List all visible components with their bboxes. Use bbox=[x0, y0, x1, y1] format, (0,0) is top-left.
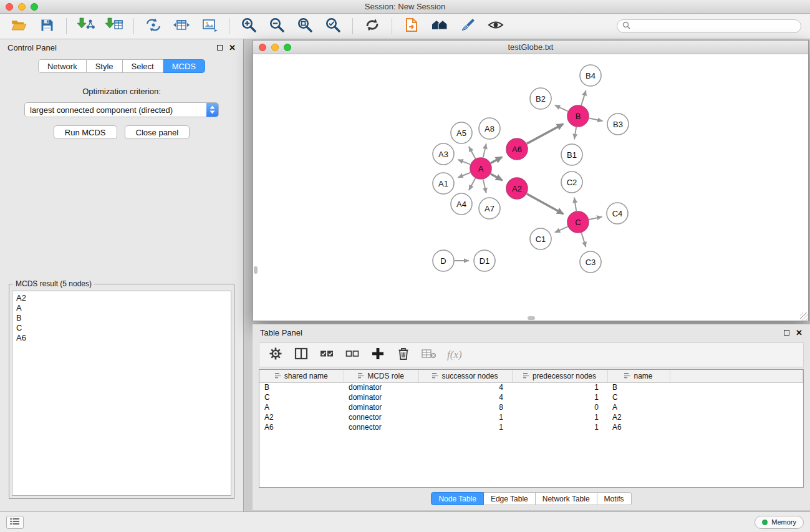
close-panel-icon[interactable]: ✕ bbox=[229, 44, 236, 52]
new-table-button[interactable] bbox=[170, 16, 193, 36]
cell-MCDS-role[interactable]: dominator bbox=[344, 402, 418, 412]
network-canvas[interactable]: B4B2BB3A5A8A6A3B1AA1C2A2A4A7CC4C1C3DD1 bbox=[253, 54, 808, 321]
table-row-C[interactable]: Cdominator41C bbox=[259, 392, 803, 402]
search-box[interactable] bbox=[617, 19, 801, 33]
cell-MCDS-role[interactable]: dominator bbox=[344, 382, 418, 392]
table-row-B[interactable]: Bdominator41B bbox=[259, 382, 803, 392]
task-history-button[interactable] bbox=[6, 516, 24, 529]
session-document-button[interactable] bbox=[400, 16, 423, 36]
cell-predecessor-nodes[interactable]: 1 bbox=[512, 392, 607, 402]
cell-successor-nodes[interactable]: 4 bbox=[418, 392, 512, 402]
column-header-shared-name[interactable]: shared name bbox=[259, 370, 344, 382]
export-image-button[interactable] bbox=[198, 16, 221, 36]
column-header-name[interactable]: name bbox=[607, 370, 670, 382]
clear-table-button[interactable] bbox=[422, 347, 436, 362]
cell-successor-nodes[interactable]: 8 bbox=[418, 402, 512, 412]
cell-successor-nodes[interactable]: 1 bbox=[418, 422, 512, 432]
table-row-A6[interactable]: A6connector11A6 bbox=[259, 422, 803, 432]
zoom-selected-button[interactable] bbox=[322, 16, 344, 36]
cell-MCDS-role[interactable]: dominator bbox=[344, 392, 418, 402]
tab-node-table[interactable]: Node Table bbox=[431, 492, 484, 505]
graph-edge-B-B3[interactable] bbox=[589, 118, 603, 121]
import-table-button[interactable] bbox=[103, 16, 125, 36]
column-header-successor-nodes[interactable]: successor nodes bbox=[418, 370, 512, 382]
tab-network[interactable]: Network bbox=[38, 59, 87, 73]
cell-predecessor-nodes[interactable]: 1 bbox=[512, 422, 607, 432]
cell-name[interactable]: A bbox=[607, 402, 670, 412]
cell-name[interactable]: A2 bbox=[607, 412, 670, 422]
tab-select[interactable]: Select bbox=[123, 59, 163, 73]
zoom-network-button[interactable] bbox=[284, 44, 291, 51]
graph-edge-B-B2[interactable] bbox=[555, 105, 568, 112]
cell-name[interactable]: B bbox=[607, 382, 670, 392]
close-table-panel-icon[interactable]: ✕ bbox=[796, 329, 803, 337]
network-window-titlebar[interactable]: testGlobe.txt bbox=[253, 41, 808, 54]
select-all-button[interactable] bbox=[319, 347, 334, 362]
vertical-scrollbar-thumb[interactable] bbox=[254, 266, 258, 274]
close-panel-button[interactable]: Close panel bbox=[125, 125, 190, 139]
graph-edge-A-A6[interactable] bbox=[491, 157, 502, 163]
horizontal-scrollbar-thumb[interactable] bbox=[528, 316, 535, 320]
graph-edge-A-A1[interactable] bbox=[458, 173, 470, 178]
add-column-button[interactable] bbox=[370, 347, 385, 362]
save-session-button[interactable] bbox=[36, 16, 58, 36]
tab-mcds[interactable]: MCDS bbox=[163, 59, 205, 73]
cell-name[interactable]: A6 bbox=[607, 422, 670, 432]
graph-edge-C-C3[interactable] bbox=[581, 233, 586, 247]
new-network-button[interactable] bbox=[142, 16, 165, 36]
graph-edge-B-B1[interactable] bbox=[574, 127, 576, 140]
minimize-network-button[interactable] bbox=[271, 44, 279, 51]
cell-successor-nodes[interactable]: 4 bbox=[418, 382, 512, 392]
deselect-all-button[interactable] bbox=[345, 347, 360, 362]
refresh-view-button[interactable] bbox=[361, 16, 383, 36]
cell-MCDS-role[interactable]: connector bbox=[344, 412, 418, 422]
cell-MCDS-role[interactable]: connector bbox=[344, 422, 418, 432]
cell-predecessor-nodes[interactable]: 1 bbox=[512, 412, 607, 422]
graph-edge-A-A4[interactable] bbox=[469, 178, 476, 190]
home-view-button[interactable] bbox=[428, 16, 451, 36]
graph-edge-A-A7[interactable] bbox=[483, 180, 486, 193]
delete-columns-button[interactable] bbox=[396, 347, 411, 362]
float-panel-icon[interactable] bbox=[217, 45, 223, 51]
memory-button[interactable]: Memory bbox=[755, 516, 804, 529]
graph-edge-A2-C[interactable] bbox=[527, 194, 564, 214]
cell-predecessor-nodes[interactable]: 1 bbox=[512, 382, 607, 392]
table-settings-button[interactable] bbox=[268, 347, 283, 362]
graph-edge-C-C4[interactable] bbox=[589, 216, 602, 220]
column-header-predecessor-nodes[interactable]: predecessor nodes bbox=[512, 370, 607, 382]
mcds-result-list[interactable]: A2ABCA6 bbox=[12, 291, 231, 496]
cell-name[interactable]: C bbox=[607, 392, 670, 402]
cell-shared-name[interactable]: B bbox=[259, 382, 344, 392]
zoom-window-button[interactable] bbox=[31, 3, 38, 11]
zoom-out-button[interactable] bbox=[266, 16, 288, 36]
graph-edge-C-C2[interactable] bbox=[574, 198, 576, 211]
graph-edge-A-A2[interactable] bbox=[491, 174, 503, 180]
resize-grip[interactable] bbox=[800, 312, 808, 321]
optimization-criterion-dropdown[interactable]: largest connected component (directed) bbox=[24, 102, 219, 117]
cell-shared-name[interactable]: A6 bbox=[259, 422, 344, 432]
function-builder-button[interactable]: f(x) bbox=[447, 347, 462, 362]
zoom-in-button[interactable] bbox=[238, 16, 260, 36]
import-network-button[interactable] bbox=[75, 16, 97, 36]
minimize-window-button[interactable] bbox=[18, 3, 26, 11]
graph-edge-B-B4[interactable] bbox=[581, 90, 586, 105]
cell-predecessor-nodes[interactable]: 0 bbox=[512, 402, 607, 412]
cell-shared-name[interactable]: A bbox=[259, 402, 344, 412]
graph-edge-A-A3[interactable] bbox=[458, 160, 470, 165]
table-row-A[interactable]: Adominator80A bbox=[259, 402, 803, 412]
graph-edge-C-C1[interactable] bbox=[555, 226, 568, 232]
node-table-container[interactable]: shared nameMCDS rolesuccessor nodesprede… bbox=[259, 369, 804, 488]
graph-edge-A-A5[interactable] bbox=[469, 147, 476, 158]
open-session-button[interactable] bbox=[7, 16, 30, 36]
network-graph[interactable]: B4B2BB3A5A8A6A3B1AA1C2A2A4A7CC4C1C3DD1 bbox=[253, 54, 808, 321]
close-window-button[interactable] bbox=[6, 3, 13, 11]
tab-style[interactable]: Style bbox=[87, 59, 123, 73]
run-mcds-button[interactable]: Run MCDS bbox=[54, 125, 117, 139]
show-hide-button[interactable] bbox=[485, 16, 507, 36]
column-header-MCDS-role[interactable]: MCDS role bbox=[344, 370, 418, 382]
tab-edge-table[interactable]: Edge Table bbox=[484, 492, 536, 505]
cell-shared-name[interactable]: C bbox=[259, 392, 344, 402]
zoom-fit-button[interactable] bbox=[294, 16, 316, 36]
style-brush-button[interactable] bbox=[456, 16, 479, 36]
tab-network-table[interactable]: Network Table bbox=[536, 492, 597, 505]
